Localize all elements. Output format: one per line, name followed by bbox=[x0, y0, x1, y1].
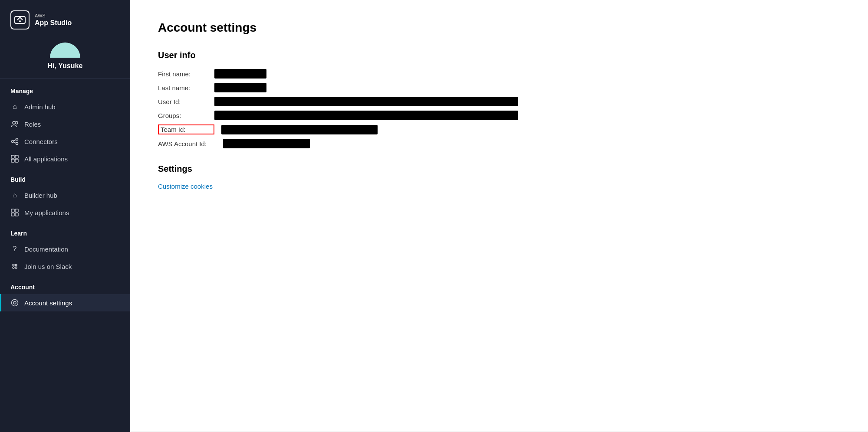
sidebar-item-roles-label: Roles bbox=[24, 121, 41, 128]
team-id-value bbox=[221, 125, 378, 134]
sidebar-item-all-applications[interactable]: All applications bbox=[0, 150, 130, 167]
sidebar-item-builder-hub-label: Builder hub bbox=[24, 192, 57, 199]
customize-cookies-link[interactable]: Customize cookies bbox=[158, 183, 213, 190]
svg-point-6 bbox=[16, 143, 18, 145]
svg-rect-10 bbox=[15, 155, 18, 158]
sidebar-item-account-settings[interactable]: Account settings bbox=[0, 294, 130, 311]
svg-rect-15 bbox=[11, 213, 14, 216]
svg-point-1 bbox=[19, 20, 21, 22]
settings-section: Customize cookies bbox=[158, 183, 840, 190]
svg-rect-9 bbox=[11, 155, 14, 158]
sidebar-item-builder-hub[interactable]: ⌂ Builder hub bbox=[0, 187, 130, 204]
manage-section-label: Manage bbox=[0, 79, 130, 98]
learn-section-label: Learn bbox=[0, 221, 130, 240]
logo-text: AWS App Studio bbox=[35, 13, 72, 27]
docs-icon: ? bbox=[10, 245, 19, 253]
team-id-label: Team Id: bbox=[161, 126, 186, 133]
svg-point-4 bbox=[12, 141, 14, 143]
builder-home-icon: ⌂ bbox=[10, 191, 19, 200]
aws-account-id-row: AWS Account Id: bbox=[158, 139, 840, 148]
sidebar-item-my-applications-label: My applications bbox=[24, 209, 69, 216]
svg-rect-13 bbox=[11, 209, 14, 212]
sidebar-item-all-applications-label: All applications bbox=[24, 155, 68, 163]
sidebar-item-roles[interactable]: Roles bbox=[0, 115, 130, 133]
sidebar-item-admin-hub-label: Admin hub bbox=[24, 103, 56, 111]
account-settings-icon bbox=[10, 298, 19, 307]
first-name-label: First name: bbox=[158, 70, 214, 78]
settings-title: Settings bbox=[158, 164, 840, 174]
avatar bbox=[50, 43, 80, 58]
sidebar-item-admin-hub[interactable]: ⌂ Admin hub bbox=[0, 98, 130, 115]
main-content: Account settings User info First name: L… bbox=[130, 0, 868, 432]
user-info-title: User info bbox=[158, 50, 840, 60]
sidebar-item-documentation-label: Documentation bbox=[24, 245, 68, 253]
svg-point-21 bbox=[12, 300, 18, 306]
last-name-row: Last name: bbox=[158, 83, 840, 92]
groups-value bbox=[214, 111, 518, 120]
my-applications-icon bbox=[10, 208, 19, 217]
sidebar-item-connectors-label: Connectors bbox=[24, 138, 58, 145]
svg-line-7 bbox=[14, 140, 16, 141]
sidebar-item-my-applications[interactable]: My applications bbox=[0, 204, 130, 221]
svg-rect-11 bbox=[11, 159, 14, 162]
build-section-label: Build bbox=[0, 167, 130, 187]
logo-area: AWS App Studio bbox=[0, 0, 130, 38]
svg-point-2 bbox=[13, 121, 15, 124]
slack-icon bbox=[10, 262, 19, 271]
user-id-row: User Id: bbox=[158, 97, 840, 106]
roles-icon bbox=[10, 120, 19, 128]
app-title: App Studio bbox=[35, 19, 72, 27]
account-section-label: Account bbox=[0, 275, 130, 294]
svg-rect-14 bbox=[15, 209, 18, 212]
sidebar: AWS App Studio Hi, Yusuke Manage ⌂ Admin… bbox=[0, 0, 130, 432]
home-icon: ⌂ bbox=[10, 102, 19, 111]
first-name-value bbox=[214, 69, 266, 79]
last-name-label: Last name: bbox=[158, 84, 214, 92]
connectors-icon bbox=[10, 137, 19, 146]
svg-point-22 bbox=[13, 301, 16, 304]
first-name-row: First name: bbox=[158, 69, 840, 79]
last-name-value bbox=[214, 83, 266, 92]
all-applications-icon bbox=[10, 154, 19, 163]
svg-point-5 bbox=[16, 138, 18, 141]
sidebar-item-documentation[interactable]: ? Documentation bbox=[0, 240, 130, 258]
avatar-section: Hi, Yusuke bbox=[0, 38, 130, 79]
user-id-label: User Id: bbox=[158, 98, 214, 105]
aws-account-id-value bbox=[223, 139, 310, 148]
svg-point-19 bbox=[13, 267, 14, 268]
groups-row: Groups: bbox=[158, 111, 840, 120]
svg-line-8 bbox=[14, 142, 16, 143]
page-title: Account settings bbox=[158, 21, 840, 35]
sidebar-item-account-settings-label: Account settings bbox=[24, 299, 72, 307]
svg-point-20 bbox=[15, 267, 17, 268]
sidebar-item-connectors[interactable]: Connectors bbox=[0, 133, 130, 150]
svg-rect-12 bbox=[15, 159, 18, 162]
team-id-label-wrapper: Team Id: bbox=[158, 124, 214, 134]
greeting-text: Hi, Yusuke bbox=[48, 62, 83, 70]
user-id-value bbox=[214, 97, 518, 106]
sidebar-item-join-slack-label: Join us on Slack bbox=[24, 263, 72, 270]
team-id-row: Team Id: bbox=[158, 124, 840, 134]
svg-rect-16 bbox=[15, 213, 18, 216]
aws-label: AWS bbox=[35, 13, 72, 19]
aws-account-id-label: AWS Account Id: bbox=[158, 140, 223, 147]
svg-point-17 bbox=[13, 264, 14, 266]
logo-icon bbox=[10, 10, 30, 29]
sidebar-item-join-slack[interactable]: Join us on Slack bbox=[0, 258, 130, 275]
groups-label: Groups: bbox=[158, 112, 214, 119]
svg-point-3 bbox=[15, 121, 18, 124]
svg-point-18 bbox=[15, 264, 17, 266]
